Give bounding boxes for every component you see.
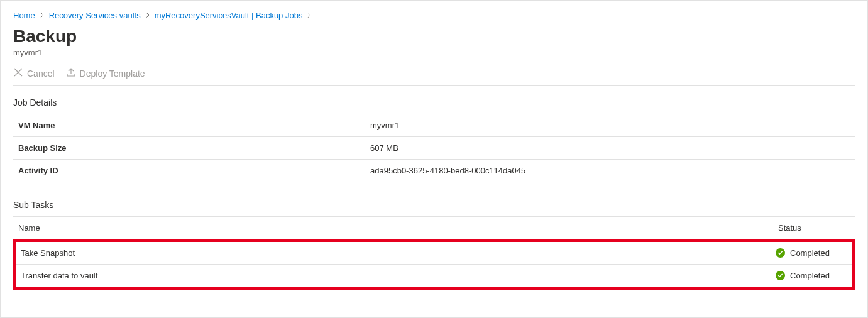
sub-tasks-title: Sub Tasks xyxy=(13,200,855,210)
success-icon xyxy=(776,248,785,258)
job-details-table: VM Name myvmr1 Backup Size 607 MB Activi… xyxy=(13,114,855,182)
close-icon xyxy=(13,67,23,79)
backup-size-value: 607 MB xyxy=(365,137,855,160)
status-text: Completed xyxy=(790,271,830,280)
backup-size-label: Backup Size xyxy=(13,137,365,160)
col-status[interactable]: Status xyxy=(773,217,855,239)
sub-tasks-rows: Take Snapshot Completed Transfer data to… xyxy=(16,242,852,287)
upload-icon xyxy=(66,67,76,79)
chevron-right-icon xyxy=(39,11,45,20)
table-row: Backup Size 607 MB xyxy=(13,137,855,160)
table-row: Take Snapshot Completed xyxy=(16,242,852,265)
page-subtitle: myvmr1 xyxy=(13,48,855,57)
col-name[interactable]: Name xyxy=(13,217,773,239)
cancel-button[interactable]: Cancel xyxy=(13,67,55,79)
activity-id-label: Activity ID xyxy=(13,160,365,182)
sub-tasks-table: Name Status xyxy=(13,216,855,239)
deploy-label: Deploy Template xyxy=(80,69,145,79)
activity-id-value: ada95cb0-3625-4180-bed8-000c114da045 xyxy=(365,160,855,182)
chevron-right-icon xyxy=(306,11,312,20)
sub-tasks-header: Name Status xyxy=(13,217,855,239)
task-name: Transfer data to vault xyxy=(16,265,771,287)
success-icon xyxy=(776,271,785,280)
page-title: Backup xyxy=(13,26,855,47)
deploy-template-button[interactable]: Deploy Template xyxy=(66,67,145,79)
table-row: Activity ID ada95cb0-3625-4180-bed8-000c… xyxy=(13,160,855,182)
status-cell: Completed xyxy=(776,271,847,280)
table-row: VM Name myvmr1 xyxy=(13,114,855,137)
status-text: Completed xyxy=(790,248,830,258)
task-name: Take Snapshot xyxy=(16,242,771,265)
toolbar: Cancel Deploy Template xyxy=(13,67,855,86)
cancel-label: Cancel xyxy=(27,69,55,79)
job-details-title: Job Details xyxy=(13,97,855,107)
breadcrumb-home[interactable]: Home xyxy=(13,11,35,20)
vm-name-value: myvmr1 xyxy=(365,114,855,137)
breadcrumb: Home Recovery Services vaults myRecovery… xyxy=(13,11,855,20)
table-row: Transfer data to vault Completed xyxy=(16,265,852,287)
breadcrumb-recovery-vaults[interactable]: Recovery Services vaults xyxy=(49,11,141,20)
status-cell: Completed xyxy=(776,248,847,258)
breadcrumb-backup-jobs[interactable]: myRecoveryServicesVault | Backup Jobs xyxy=(155,11,303,20)
highlight-box: Take Snapshot Completed Transfer data to… xyxy=(13,239,855,290)
vm-name-label: VM Name xyxy=(13,114,365,137)
chevron-right-icon xyxy=(145,11,151,20)
